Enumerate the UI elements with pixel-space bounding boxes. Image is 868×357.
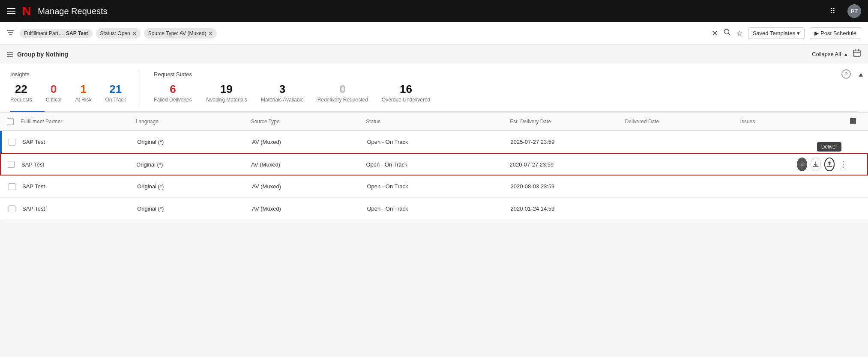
upload-button[interactable] xyxy=(824,158,835,171)
request-states-title: Request States xyxy=(154,71,430,77)
header-fulfillment-partner: Fulfillment Partner xyxy=(21,119,136,125)
row3-status: Open - On Track xyxy=(367,183,510,190)
header-status: Status xyxy=(366,119,510,125)
chip-status[interactable]: Status: Open × xyxy=(96,28,141,39)
filter-bar: Fulfillment Part… SAP Test Status: Open … xyxy=(0,22,868,45)
filter-icon[interactable] xyxy=(7,30,15,37)
chip-source-type[interactable]: Source Type: AV (Muxed) × xyxy=(144,28,217,39)
header-issues: Issues xyxy=(740,119,798,125)
row2-checkbox-col xyxy=(8,161,21,168)
collapse-insights-button[interactable]: ▴ xyxy=(859,69,863,79)
table-row: Deliver SAP Test Original (*) AV (Muxed)… xyxy=(0,153,868,176)
filter-actions: ✕ ☆ Saved Templates ▾ ▶ Post Schedule xyxy=(712,27,861,39)
chip-source-label: Source Type: AV (Muxed) xyxy=(148,30,207,36)
collapse-all-button[interactable]: Collapse All ▴ xyxy=(812,51,847,57)
star-icon[interactable]: ☆ xyxy=(736,29,743,38)
svg-rect-13 xyxy=(852,118,854,124)
metric-critical: 0 Critical xyxy=(46,83,62,103)
table-container: Fulfillment Partner Language Source Type… xyxy=(0,113,868,220)
chevron-down-icon: ▾ xyxy=(797,30,800,36)
table-row: SAP Test Original (*) AV (Muxed) Open - … xyxy=(0,198,868,220)
hamburger-menu[interactable] xyxy=(7,8,15,14)
metric-failed-value: 6 xyxy=(170,83,176,96)
header-checkbox[interactable] xyxy=(7,118,14,125)
chip-status-remove[interactable]: × xyxy=(133,30,136,37)
row2-actions: i ⋮ xyxy=(797,158,848,171)
row1-checkbox[interactable] xyxy=(9,139,15,146)
download-button[interactable] xyxy=(811,158,821,171)
metric-awaiting-materials: 19 Awaiting Materials xyxy=(206,83,247,103)
calendar-icon[interactable] xyxy=(853,49,861,60)
info-button[interactable]: i xyxy=(797,158,807,171)
help-icon[interactable]: ? xyxy=(841,69,851,79)
row3-checkbox-col xyxy=(9,183,22,190)
header: N Manage Requests ⠿ PT xyxy=(0,0,868,22)
collapse-all-label: Collapse All xyxy=(812,51,841,57)
row1-source: AV (Muxed) xyxy=(252,139,367,145)
saved-templates-button[interactable]: Saved Templates ▾ xyxy=(748,27,805,39)
chip-source-remove[interactable]: × xyxy=(209,30,212,37)
table-header: Fulfillment Partner Language Source Type… xyxy=(0,113,868,131)
metric-redelivery: 0 Redelivery Requested xyxy=(317,83,368,103)
row2-est: 2020-07-27 23:59 xyxy=(510,161,625,168)
metric-failed-label: Failed Deliveries xyxy=(154,97,192,103)
insights-divider xyxy=(140,71,140,108)
row2-status: Open - On Track xyxy=(366,161,509,168)
more-options-button[interactable]: ⋮ xyxy=(838,158,848,171)
request-metrics: 6 Failed Deliveries 19 Awaiting Material… xyxy=(154,83,430,103)
metric-requests-label: Requests xyxy=(10,97,32,103)
group-bar: Group by Nothing Collapse All ▴ xyxy=(0,45,868,64)
metric-critical-value: 0 xyxy=(51,83,57,96)
insights-title: Insights xyxy=(10,71,126,77)
grid-icon[interactable]: ⠿ xyxy=(830,6,835,16)
page-title: Manage Requests xyxy=(38,6,107,16)
row2-fp: SAP Test xyxy=(21,161,136,168)
post-schedule-button[interactable]: ▶ Post Schedule xyxy=(810,27,861,39)
row3-est: 2020-08-03 23:59 xyxy=(511,183,626,190)
request-states-section: Request States 6 Failed Deliveries 19 Aw… xyxy=(154,71,430,108)
search-icon[interactable] xyxy=(723,28,731,38)
insights-metrics: 22 Requests 0 Critical 1 At Risk 21 On T… xyxy=(10,83,126,103)
header-delivered-date: Delivered Date xyxy=(625,119,740,125)
metric-materials-label: Materials Available xyxy=(261,97,304,103)
avatar[interactable]: PT xyxy=(847,4,861,18)
svg-rect-12 xyxy=(850,118,852,124)
post-schedule-icon: ▶ xyxy=(814,30,819,36)
chip-status-label: Status: Open xyxy=(100,30,130,36)
metric-failed-deliveries: 6 Failed Deliveries xyxy=(154,83,192,103)
header-est-delivery: Est. Delivery Date xyxy=(510,119,625,125)
chip-fp-value: SAP Test xyxy=(66,30,88,36)
header-language: Language xyxy=(136,119,251,125)
columns-settings-icon[interactable] xyxy=(849,117,861,126)
row4-checkbox[interactable] xyxy=(9,205,15,212)
row3-source: AV (Muxed) xyxy=(252,183,367,190)
netflix-logo: N xyxy=(22,4,31,18)
svg-rect-14 xyxy=(854,118,856,124)
metric-materials-available: 3 Materials Available xyxy=(261,83,304,103)
saved-templates-label: Saved Templates xyxy=(753,30,796,36)
insights-panel: ? ▴ Insights 22 Requests 0 Critical 1 At… xyxy=(0,64,868,113)
metric-at-risk-value: 1 xyxy=(80,83,86,96)
metric-overdue-label: Overdue Undelivered xyxy=(382,97,430,103)
row1-fp: SAP Test xyxy=(22,139,137,145)
metric-awaiting-label: Awaiting Materials xyxy=(206,97,247,103)
header-source-type: Source Type xyxy=(251,119,366,125)
metric-on-track: 21 On Track xyxy=(105,83,126,103)
close-icon[interactable]: ✕ xyxy=(712,29,718,38)
group-by-label: Group by Nothing xyxy=(17,51,68,58)
row4-fp: SAP Test xyxy=(22,205,137,212)
chevron-up-icon: ▴ xyxy=(844,51,847,57)
row4-source: AV (Muxed) xyxy=(252,205,367,212)
group-by-control[interactable]: Group by Nothing xyxy=(7,51,68,58)
metric-redelivery-label: Redelivery Requested xyxy=(317,97,368,103)
row3-checkbox[interactable] xyxy=(9,183,15,190)
row1-status: Open - On Track xyxy=(367,139,510,145)
metric-at-risk-label: At Risk xyxy=(75,97,91,103)
row4-checkbox-col xyxy=(9,205,22,212)
metric-at-risk: 1 At Risk xyxy=(75,83,91,103)
row2-lang: Original (*) xyxy=(136,161,251,168)
header-checkbox-col xyxy=(7,118,21,125)
row2-checkbox[interactable] xyxy=(8,161,15,168)
chip-fulfillment-partner[interactable]: Fulfillment Part… SAP Test xyxy=(20,29,93,38)
metric-redelivery-value: 0 xyxy=(340,83,346,96)
